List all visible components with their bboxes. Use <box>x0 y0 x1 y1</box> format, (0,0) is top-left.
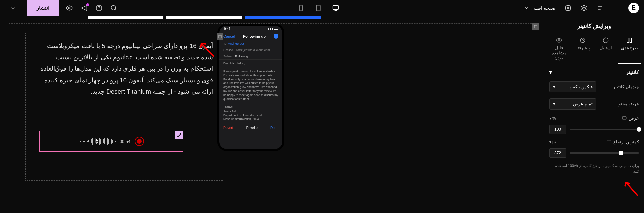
container-layout-label: چیدمان کانتینر <box>613 84 639 89</box>
svg-rect-15 <box>534 25 537 28</box>
waveform <box>78 137 115 146</box>
svg-point-12 <box>558 40 560 41</box>
publish-button[interactable]: انتشار <box>27 0 58 16</box>
phone-cancel: Cancel <box>223 34 234 38</box>
panel-title: ویرایش کانتینر <box>544 16 644 34</box>
min-height-label: کمترین ارتفاع <box>606 139 639 144</box>
svg-rect-16 <box>218 35 221 38</box>
search-icon[interactable] <box>109 4 117 12</box>
responsive-icon <box>606 140 611 144</box>
min-height-unit-select[interactable]: px ▾ <box>549 140 556 144</box>
structure-icon[interactable] <box>596 4 604 12</box>
svg-rect-3 <box>299 5 302 11</box>
svg-rect-2 <box>316 5 320 11</box>
tab-style[interactable]: استایل <box>594 34 618 64</box>
tab-layout[interactable]: طرح‌بندی <box>617 34 641 64</box>
edit-widget-button[interactable] <box>175 131 183 139</box>
record-button[interactable] <box>134 137 144 146</box>
page-title: صفحه اصلی <box>531 5 555 11</box>
min-height-input[interactable]: 372 <box>549 148 566 158</box>
info-icon: i <box>273 34 278 39</box>
help-icon[interactable] <box>95 4 103 12</box>
content-width-label: عرض محتوا <box>617 101 639 106</box>
caret-down-icon: ▾ <box>549 69 552 75</box>
mobile-device-icon[interactable] <box>297 4 305 12</box>
announcements-icon[interactable] <box>80 4 88 12</box>
layers-icon[interactable] <box>580 4 588 12</box>
height-hint: برای دستیابی به کانتینر با ارتفاع کامل، … <box>549 163 639 174</box>
publish-options-button[interactable] <box>5 0 20 16</box>
text-widget[interactable]: آیفون 16 پرو دارای طراحی تیتانیوم درجه 5… <box>36 40 213 97</box>
tablet-device-icon[interactable] <box>314 4 322 12</box>
add-icon[interactable] <box>612 4 620 12</box>
width-input[interactable]: 100 <box>549 125 566 134</box>
container-handle[interactable] <box>532 23 539 30</box>
svg-rect-8 <box>630 38 631 43</box>
min-height-slider[interactable] <box>569 152 639 154</box>
settings-icon[interactable] <box>564 4 572 12</box>
chevron-down-icon: ▾ <box>553 101 555 106</box>
phone-mockup: 9:41●●● ▬ Cancel Following up i To: Andi… <box>217 24 284 151</box>
content-width-select[interactable]: تمام عرض ▾ <box>549 98 596 110</box>
svg-point-0 <box>567 7 569 9</box>
svg-point-4 <box>111 5 115 10</box>
responsive-icon <box>622 116 626 121</box>
page-selector[interactable]: صفحه اصلی <box>524 5 555 11</box>
svg-point-11 <box>580 38 585 43</box>
tab-advanced[interactable]: پیشرفته <box>571 34 594 64</box>
inner-container[interactable]: آیفون 16 پرو دارای طراحی تیتانیوم درجه 5… <box>25 33 223 181</box>
svg-rect-14 <box>607 140 611 143</box>
svg-rect-13 <box>622 116 626 119</box>
svg-rect-7 <box>627 38 628 43</box>
audio-time: 00:54 <box>119 139 130 144</box>
width-label: عرض <box>622 116 639 121</box>
preview-icon[interactable] <box>65 4 73 12</box>
outer-container[interactable]: 9:41●●● ▬ Cancel Following up i To: Andi… <box>9 23 539 213</box>
width-slider[interactable] <box>569 129 639 130</box>
voice-recorder-widget[interactable]: 00:54 <box>39 131 183 152</box>
container-handle[interactable] <box>216 33 223 40</box>
tab-visibility[interactable]: قابل مشاهده بودن <box>547 34 571 64</box>
desktop-device-icon[interactable] <box>331 4 339 12</box>
svg-rect-1 <box>332 5 338 9</box>
chevron-down-icon: ▾ <box>553 84 555 89</box>
container-layout-select[interactable]: فلکس باکس ▾ <box>549 81 596 92</box>
svg-point-6 <box>68 7 70 9</box>
elementor-logo[interactable]: E <box>628 3 639 13</box>
top-tabs-decoration <box>87 16 320 20</box>
section-container[interactable]: کانتینر ▾ <box>549 69 639 75</box>
width-unit-select[interactable]: % ▾ <box>549 116 556 121</box>
svg-point-10 <box>581 40 583 41</box>
